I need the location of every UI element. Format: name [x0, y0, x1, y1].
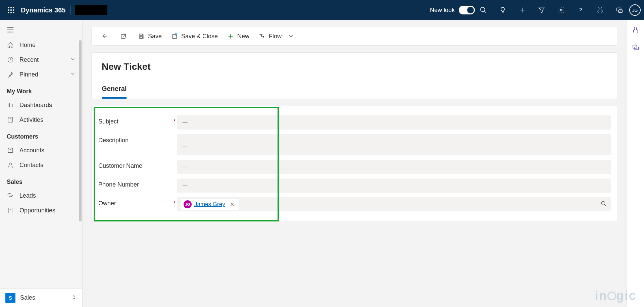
right-side-panel: [627, 20, 644, 307]
waffle-icon: [7, 6, 15, 14]
tab-general[interactable]: General: [102, 85, 127, 99]
help-button[interactable]: [576, 6, 585, 14]
svg-point-10: [560, 9, 562, 11]
area-badge: S: [5, 293, 15, 303]
svg-rect-5: [13, 9, 14, 11]
field-description: Description: [98, 134, 611, 155]
nav-item-contacts[interactable]: Contacts: [0, 158, 82, 172]
collapse-nav-button[interactable]: [0, 23, 82, 38]
app-name-redacted: [75, 5, 107, 15]
top-icon-group: [479, 6, 624, 14]
svg-point-16: [9, 163, 12, 165]
remove-owner-button[interactable]: ✕: [228, 201, 236, 208]
required-indicator: [172, 160, 177, 169]
nav-scrollbar[interactable]: [79, 40, 82, 221]
nav-label: Opportunities: [19, 207, 55, 214]
settings-button[interactable]: [557, 6, 565, 14]
nav-item-home[interactable]: Home: [0, 38, 82, 52]
chat-icon: [632, 44, 639, 51]
copilot-pane-button[interactable]: [632, 26, 639, 35]
required-indicator: [172, 134, 177, 144]
save-button[interactable]: Save: [133, 27, 166, 45]
nav-item-pinned[interactable]: Pinned: [0, 67, 82, 82]
opportunities-icon: [7, 207, 14, 214]
toggle-switch[interactable]: [459, 6, 475, 14]
search-button[interactable]: [479, 6, 488, 14]
nav-item-leads[interactable]: Leads: [0, 188, 82, 203]
svg-rect-20: [140, 37, 143, 38]
svg-rect-17: [9, 208, 12, 213]
area-switcher[interactable]: S Sales: [0, 288, 82, 307]
nav-section-sales: Sales: [0, 172, 82, 188]
svg-rect-0: [8, 7, 9, 8]
new-look-toggle[interactable]: New look: [430, 6, 475, 14]
svg-rect-8: [13, 12, 14, 13]
customer-input[interactable]: [177, 160, 611, 174]
new-label: New: [237, 33, 249, 40]
back-button[interactable]: [95, 27, 114, 45]
plus-icon: [518, 6, 526, 14]
open-new-window-button[interactable]: [114, 27, 133, 45]
pin-icon: [7, 71, 14, 78]
chevron-down-icon: [288, 33, 294, 40]
question-icon: [577, 6, 584, 14]
separator: [70, 5, 70, 15]
dashboard-icon: [7, 101, 14, 109]
flow-icon: [259, 33, 265, 40]
field-subject: Subject *: [98, 115, 611, 130]
owner-avatar: JG: [184, 200, 192, 208]
description-input[interactable]: [177, 134, 611, 155]
user-avatar[interactable]: JG: [629, 4, 641, 16]
phone-input[interactable]: [177, 178, 611, 193]
chevron-down-icon: [70, 56, 76, 63]
form-header: New Ticket General: [91, 52, 618, 99]
page-title: New Ticket: [102, 61, 607, 72]
nav-item-recent[interactable]: Recent: [0, 52, 82, 67]
nav-label: Contacts: [19, 162, 43, 169]
hamburger-icon: [7, 27, 14, 33]
svg-rect-19: [140, 34, 143, 35]
nav-label: Leads: [19, 192, 36, 199]
chevron-down-icon: [70, 71, 76, 78]
owner-name-link[interactable]: James Grey: [194, 201, 225, 208]
quick-create-button[interactable]: [518, 6, 527, 14]
field-phone-number: Phone Number: [98, 178, 611, 193]
ideas-button[interactable]: [498, 6, 507, 14]
nav-section-customers: Customers: [0, 127, 82, 143]
nav-item-accounts[interactable]: Accounts: [0, 143, 82, 158]
form-tabs: General: [102, 85, 607, 99]
nav-item-dashboards[interactable]: Dashboards: [0, 98, 82, 112]
field-label: Subject: [98, 115, 172, 125]
copilot-button[interactable]: [596, 6, 604, 14]
nav-item-activities[interactable]: Activities: [0, 112, 82, 127]
svg-rect-2: [13, 7, 14, 8]
teams-chat-button[interactable]: [632, 44, 639, 52]
field-customer-name: Customer Name: [98, 160, 611, 174]
area-label: Sales: [20, 294, 35, 301]
new-button[interactable]: New: [222, 27, 254, 45]
lookup-search-icon[interactable]: [601, 201, 607, 208]
owner-chip[interactable]: JG James Grey ✕: [181, 199, 239, 210]
nav-item-opportunities[interactable]: Opportunities: [0, 203, 82, 218]
app-launcher-button[interactable]: [3, 6, 19, 14]
owner-lookup[interactable]: JG James Grey ✕: [177, 197, 611, 211]
nav-label: Activities: [19, 116, 43, 123]
nav-label: Home: [19, 42, 36, 49]
svg-rect-6: [8, 12, 9, 13]
field-label: Phone Number: [98, 178, 172, 188]
contacts-icon: [7, 161, 14, 169]
save-close-button[interactable]: Save & Close: [166, 27, 222, 45]
advanced-find-button[interactable]: [537, 6, 546, 14]
svg-point-21: [601, 201, 605, 205]
save-close-icon: [171, 33, 178, 40]
avatar-initials: JG: [632, 8, 638, 13]
top-bar: Dynamics 365 New look JG: [0, 0, 644, 20]
assistant-button[interactable]: [615, 6, 624, 14]
nav-label: Pinned: [19, 71, 38, 78]
nav-section-mywork: My Work: [0, 82, 82, 98]
subject-input[interactable]: [177, 115, 611, 130]
brand-label: Dynamics 365: [21, 6, 65, 14]
save-label: Save: [148, 33, 162, 40]
flow-button[interactable]: Flow: [254, 27, 299, 45]
filter-icon: [538, 6, 545, 14]
